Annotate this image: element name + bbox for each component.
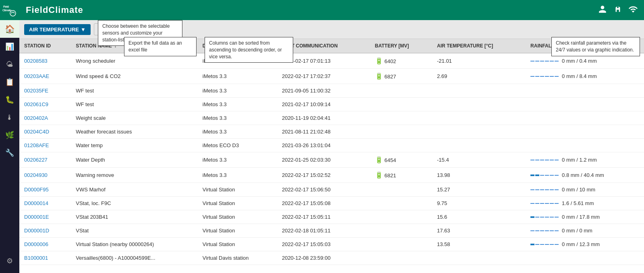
svg-text:Field: Field xyxy=(3,5,9,8)
air-temp-cell: 13.98 xyxy=(432,168,526,183)
device-type-cell: Virtual Station xyxy=(198,183,277,197)
station-id-link[interactable]: 01208AFE xyxy=(24,142,49,148)
station-id-link[interactable]: D0000006 xyxy=(24,241,48,247)
rainfall-text: 1.6 / 5.61 mm xyxy=(562,200,594,206)
device-type-cell: Virtual Station xyxy=(198,210,277,224)
station-id-link[interactable]: 0020402A xyxy=(24,115,48,121)
station-id-link[interactable]: B1000001 xyxy=(24,255,48,261)
rainfall-value-container[interactable]: 0 mm / 12.3 mm xyxy=(530,241,639,247)
rainfall-value-container[interactable]: 0 mm / 0 mm xyxy=(530,228,639,234)
bug-icon: 🐛 xyxy=(5,95,14,104)
rainfall-value-container[interactable]: 0.8 mm / 40.4 mm xyxy=(530,172,639,178)
sidebar-item-weather[interactable]: 🌤 xyxy=(0,55,19,73)
station-id-cell: 002035FE xyxy=(19,84,71,98)
station-id-link[interactable]: D000001E xyxy=(24,214,49,220)
rainfall-value-container[interactable]: 1.6 / 5.61 mm xyxy=(530,200,639,206)
rainfall-value-container[interactable]: 0 mm / 10 mm xyxy=(530,187,639,193)
sidebar-item-tools[interactable]: 🔧 xyxy=(0,144,19,162)
rainfall-value-container[interactable]: 0 mm / 1.2 mm xyxy=(530,157,639,163)
sidebar-item-chart[interactable]: 📊 xyxy=(0,38,19,55)
station-id-link[interactable]: 002035FE xyxy=(24,88,48,94)
station-id-link[interactable]: 002061C9 xyxy=(24,101,48,107)
battery-icon: 🔋 xyxy=(375,172,383,179)
device-type-cell: iMetos 3.3 xyxy=(198,98,277,111)
rainfall-value-container[interactable]: 0 mm / 17.8 mm xyxy=(530,214,639,220)
station-name-cell: Warning remove xyxy=(71,168,198,183)
air-temp-cell: 17.63 xyxy=(432,224,526,238)
table-row: D000001DVStatVirtual Station2022-02-18 0… xyxy=(19,224,644,238)
battery-cell: 🔋 6402 xyxy=(370,53,432,69)
last-comm-cell: 2020-12-08 23:59:00 xyxy=(277,251,370,265)
station-id-cell: 00204930 xyxy=(19,168,71,183)
rainfall-bar-chart xyxy=(530,189,559,190)
sidebar-item-settings[interactable]: ⚙ xyxy=(0,252,19,270)
station-id-cell: 0020402A xyxy=(19,111,71,125)
station-name-cell: WF test xyxy=(71,84,198,98)
station-id-link[interactable]: 00203AAE xyxy=(24,73,49,79)
thermometer-icon: 🌡 xyxy=(6,113,13,122)
rainfall-cell: 0 mm / 0 mm xyxy=(526,224,644,238)
air-temp-cell: -21.01 xyxy=(432,53,526,69)
station-id-link[interactable]: 00204930 xyxy=(24,172,48,178)
sidebar-item-leaf[interactable]: 🌿 xyxy=(0,126,19,144)
table-row: 002035FEWF testiMetos 3.32021-09-05 11:0… xyxy=(19,84,644,98)
station-id-cell: 00208583 xyxy=(19,53,71,69)
last-comm-cell: 2022-02-17 15:05:11 xyxy=(277,210,370,224)
air-temp-dropdown[interactable]: AIR TEMPERATURE ▼ xyxy=(24,24,91,35)
rainfall-tooltip: Check rainfall parameters via the 24/7 v… xyxy=(551,37,640,56)
air-temp-cell: 15.27 xyxy=(432,183,526,197)
sidebar-item-home[interactable]: 🏠 xyxy=(0,20,19,38)
col-air-temp[interactable]: AIR TEMPERATURE [°C] xyxy=(432,39,526,53)
last-comm-cell: 2022-02-17 15:05:03 xyxy=(277,238,370,251)
station-id-link[interactable]: D000001D xyxy=(24,228,49,234)
station-id-cell: 01208AFE xyxy=(19,139,71,152)
table-row: B1000001Versailles(6800) - A100004599E..… xyxy=(19,251,644,265)
station-id-link[interactable]: 00204C4D xyxy=(24,129,49,135)
user-icon[interactable] xyxy=(598,5,607,16)
col-station-id[interactable]: STATION ID xyxy=(19,39,71,53)
air-temp-cell: -15.4 xyxy=(432,152,526,168)
signal-icon[interactable] xyxy=(629,5,638,16)
battery-cell xyxy=(370,98,432,111)
device-type-cell: iMetos 3.3 xyxy=(198,152,277,168)
station-name-cell: VStat, loc. F9C xyxy=(71,197,198,210)
last-comm-cell: 2021-09-05 11:00:32 xyxy=(277,84,370,98)
rainfall-cell: 0 mm / 17.8 mm xyxy=(526,210,644,224)
rainfall-value-container[interactable]: 0 mm / 0.4 mm xyxy=(530,58,639,64)
sidebar-item-layers[interactable]: 📋 xyxy=(0,73,19,91)
device-type-cell: iMetos ECO D3 xyxy=(198,139,277,152)
logo[interactable]: Field Climate xyxy=(0,0,19,20)
rainfall-cell: 0 mm / 10 mm xyxy=(526,183,644,197)
table-row: 00203AAEWind speed & CO2iMetos 3.32022-0… xyxy=(19,69,644,84)
station-id-link[interactable]: 00206227 xyxy=(24,157,48,163)
leaf-icon: 🌿 xyxy=(5,131,14,140)
last-comm-cell: 2022-02-17 15:06:50 xyxy=(277,183,370,197)
rainfall-tooltip-text: Check rainfall parameters via the 24/7 v… xyxy=(556,40,634,53)
rainfall-text: 0 mm / 0.4 mm xyxy=(562,58,597,64)
station-id-link[interactable]: D0000F95 xyxy=(24,187,49,193)
table-row: 0020402AWeight scaleiMetos 3.32020-11-19… xyxy=(19,111,644,125)
station-id-cell: 00206227 xyxy=(19,152,71,168)
table-body: 00208583Wrong scheduleriMetos 3.32022-02… xyxy=(19,53,644,265)
battery-cell: 🔋 6454 xyxy=(370,152,432,168)
rainfall-text: 0 mm / 10 mm xyxy=(562,187,595,193)
station-id-link[interactable]: D0000014 xyxy=(24,200,48,206)
rainfall-cell xyxy=(526,111,644,125)
air-temp-cell xyxy=(432,84,526,98)
rainfall-text: 0 mm / 0 mm xyxy=(562,228,592,234)
rainfall-cell xyxy=(526,84,644,98)
building-icon[interactable] xyxy=(613,5,622,16)
topbar-brand: FieldClimate xyxy=(26,5,83,15)
station-id-link[interactable]: 00208583 xyxy=(24,58,48,64)
svg-text:Climate: Climate xyxy=(2,9,11,12)
battery-cell xyxy=(370,197,432,210)
battery-cell xyxy=(370,210,432,224)
battery-cell xyxy=(370,139,432,152)
col-battery[interactable]: BATTERY [mV] xyxy=(370,39,432,53)
battery-cell: 🔋 6827 xyxy=(370,69,432,84)
station-name-cell: Versailles(6800) - A100004599E... xyxy=(71,251,198,265)
rainfall-value-container[interactable]: 0 mm / 8.4 mm xyxy=(530,73,639,79)
sidebar-item-pest[interactable]: 🐛 xyxy=(0,91,19,109)
table-row: 00204930Warning removeiMetos 3.32022-02-… xyxy=(19,168,644,183)
sidebar-item-temp[interactable]: 🌡 xyxy=(0,109,19,126)
